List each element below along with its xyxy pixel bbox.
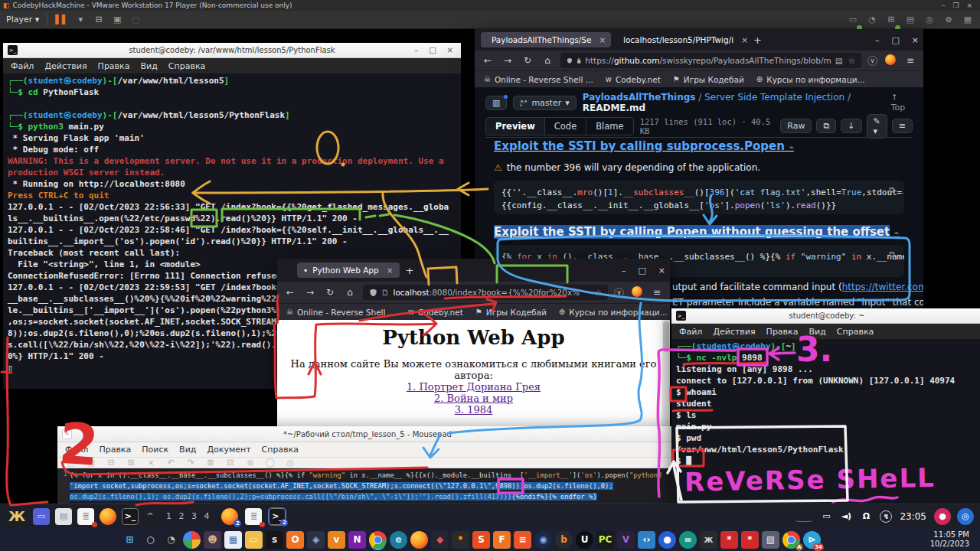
maximize-button[interactable]: □: [429, 46, 436, 54]
menu-item[interactable]: Действия: [44, 61, 87, 71]
fullscreen-icon[interactable]: ▣: [111, 11, 123, 28]
vm-disk-device-icon[interactable]: ▤: [904, 11, 916, 28]
mousepad-text-area[interactable]: 1 {% for x in ().__class__.__base__.__su…: [57, 468, 678, 504]
close-button[interactable]: ×: [447, 46, 453, 54]
mousepad-title-bar[interactable]: ✎ *~/Рабочий стол/tmp_lesson_5 - Mousepa…: [57, 426, 678, 442]
menu-item[interactable]: Вид: [179, 445, 196, 455]
menu-item[interactable]: Файл: [65, 445, 88, 455]
menu-hamburger-icon[interactable]: ≡: [903, 55, 917, 66]
bookmark-codeby[interactable]: wCodeby.net: [606, 75, 661, 84]
vm-clock[interactable]: 23:05: [900, 511, 926, 522]
maximize-button[interactable]: □: [891, 35, 899, 45]
python-app-browser-window[interactable]: • Python Web App × + – □ × ← → ↻ ⌂ 🗋 loc…: [277, 259, 670, 429]
pocket-icon[interactable]: v: [867, 56, 877, 66]
tab-code[interactable]: Code: [544, 117, 586, 135]
vmware-maximize-button[interactable]: ❐: [952, 0, 959, 11]
book-link-2[interactable]: 2. Война и мир: [434, 393, 513, 404]
anchor-link-icon[interactable]: ⌁: [789, 142, 794, 152]
menu-item[interactable]: Справка: [168, 61, 205, 71]
unreal-engine-icon[interactable]: U: [576, 531, 593, 549]
menu-item[interactable]: Правка: [766, 327, 799, 337]
player-menu[interactable]: Player ▾: [6, 15, 39, 24]
menu-item[interactable]: Файл: [11, 61, 34, 71]
file-explorer-icon[interactable]: ▭: [245, 531, 263, 549]
firefox-account-icon[interactable]: [884, 54, 897, 67]
back-to-top-link[interactable]: ↑ Top: [891, 93, 913, 112]
book-link-1[interactable]: 1. Портрет Дориана Грея: [407, 381, 541, 393]
copy-code-icon[interactable]: ⧉: [889, 185, 917, 195]
tab-close-icon[interactable]: ×: [599, 35, 606, 44]
updates-icon[interactable]: ◎: [957, 508, 974, 525]
mousepad-window[interactable]: ✎ *~/Рабочий стол/tmp_lesson_5 - Mousepa…: [57, 426, 678, 504]
vm-clock-device-icon[interactable]: ◔: [866, 11, 878, 28]
calendar-app-icon[interactable]: ▦: [224, 531, 242, 549]
tab-close-icon[interactable]: ×: [387, 266, 394, 275]
terminal-nc-window[interactable]: >_ student@codeby: ~ ФайлДействияПравкаВ…: [671, 308, 980, 505]
chevron-up-icon[interactable]: ^: [144, 508, 156, 525]
vscode-icon[interactable]: ‹›: [638, 531, 655, 549]
home-icon[interactable]: ⌂: [343, 287, 357, 298]
red-gear-app-2-icon[interactable]: *: [741, 531, 759, 549]
bookmark-star-icon[interactable]: ☆: [848, 56, 855, 65]
telegram-icon[interactable]: ⊳34: [803, 531, 821, 549]
red-gear-app-icon[interactable]: *: [720, 531, 738, 549]
colorful-app-icon[interactable]: [183, 531, 201, 549]
volume-icon[interactable]: ◄): [840, 508, 852, 525]
tab-payloadsallthethings[interactable]: PayloadsAllTheThings/Se ×: [481, 32, 611, 47]
pycharm-icon[interactable]: PC: [596, 531, 614, 549]
url-bar[interactable]: https://github.com/swisskyrepo/PayloadsA…: [560, 53, 861, 68]
bookmark-games-codeby[interactable]: ⚑Игры Кодебай: [673, 75, 744, 84]
visual-studio-icon[interactable]: V: [617, 531, 635, 549]
f-app-icon[interactable]: F: [493, 531, 511, 549]
sidebar-toggle-icon[interactable]: ▥: [485, 96, 507, 110]
orange-tile-app-icon[interactable]: ≡: [514, 531, 531, 549]
menu-item[interactable]: Вид: [808, 327, 825, 337]
camtasia-icon[interactable]: ∞: [679, 531, 697, 549]
payload-text[interactable]: {% for x in ().__class__.__base__.__subc…: [70, 468, 678, 504]
new-tab-button[interactable]: +: [753, 34, 762, 46]
windows-clock[interactable]: 11:05 PM 10/2/2023: [930, 530, 969, 549]
url-bar[interactable]: 🗋 localhost:8080/index?book={%%20for%20x…: [363, 285, 608, 300]
tab-localhost-phptwig[interactable]: localhost/lesson5/PHPTwig/i ×: [617, 32, 747, 47]
firefox-account-icon[interactable]: [630, 286, 644, 299]
screen-lock-icon[interactable]: ●: [934, 508, 951, 525]
menu-item[interactable]: Документ: [207, 445, 250, 455]
menu-item[interactable]: Правка: [98, 61, 130, 71]
task-firefox[interactable]: 2: [221, 508, 238, 525]
kali-machine-logo[interactable]: Ж: [6, 507, 28, 527]
page-scrollbar[interactable]: [662, 320, 670, 429]
reload-icon[interactable]: ↻: [521, 55, 534, 66]
unity-mode-icon[interactable]: ▢: [129, 11, 142, 28]
workspace-switcher[interactable]: 1 2 3 4: [166, 511, 211, 521]
terminal-nc-title-bar[interactable]: >_ student@codeby: ~: [671, 308, 980, 324]
vm-usb-device-icon[interactable]: ⊚: [942, 11, 955, 28]
new-tab-button[interactable]: +: [406, 265, 414, 276]
photos-app-icon[interactable]: ▨: [762, 531, 779, 549]
menu-item[interactable]: Поиск: [142, 445, 168, 455]
orange-o-app-icon[interactable]: O: [286, 531, 304, 549]
terminal-flask-title-bar[interactable]: >_ student@codeby: /var/www/html/lesson5…: [3, 43, 461, 58]
bookmark-star-icon[interactable]: ☆: [595, 288, 602, 297]
bookmark-courses[interactable]: ⊕Курсы по информаци...: [756, 75, 865, 84]
outline-list-icon[interactable]: ≡: [892, 119, 913, 133]
portrait-app-icon[interactable]: ☻: [204, 531, 221, 549]
bookmark-online-reverse-shell[interactable]: ☠Online - Reverse Shell ...: [286, 308, 396, 317]
windows-search-icon[interactable]: ○: [142, 531, 159, 549]
bookmark-online-reverse-shell[interactable]: ☠Online - Reverse Shell ...: [484, 75, 593, 84]
reader-mode-icon[interactable]: ▤: [835, 56, 843, 65]
mousepad-launcher-icon[interactable]: ≣: [77, 508, 94, 525]
breadcrumb-repo[interactable]: PayloadsAllTheThings: [583, 92, 696, 103]
file-manager-icon[interactable]: ▤: [55, 508, 72, 525]
minimize-button[interactable]: –: [622, 266, 626, 276]
anchor-link-icon[interactable]: ⌁: [893, 228, 899, 238]
chrome-profile-icon[interactable]: A: [782, 531, 800, 549]
back-icon[interactable]: ←: [481, 55, 495, 66]
tab-python-web-app[interactable]: • Python Web App ×: [297, 262, 400, 278]
vm-display-device-icon[interactable]: ▭: [847, 11, 859, 28]
menu-item[interactable]: Справка: [262, 445, 299, 455]
bookmark-courses[interactable]: ⊕Курсы по информаци...: [559, 308, 668, 317]
notifications-bell-icon[interactable]: Ω: [860, 508, 872, 525]
forward-icon[interactable]: →: [501, 55, 514, 66]
back-icon[interactable]: ←: [283, 287, 297, 298]
close-button[interactable]: ×: [658, 266, 665, 276]
